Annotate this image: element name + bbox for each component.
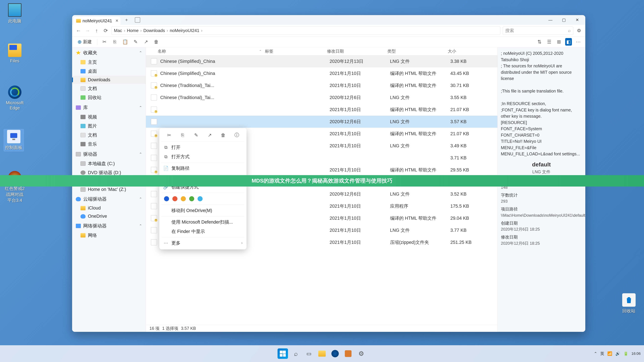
tray-ime[interactable]: 英 (600, 351, 604, 356)
sidebar-item[interactable]: 图片 (72, 121, 146, 131)
share-button[interactable]: ↗ (142, 38, 149, 45)
ctx-open[interactable]: ⧉打开 (159, 143, 246, 152)
forward-button[interactable]: → (84, 27, 91, 34)
sidebar-item[interactable]: OneDrive (72, 212, 146, 220)
sidebar-drives-header[interactable]: 驱动器⌃ (72, 149, 146, 159)
refresh-button[interactable]: ⟳ (102, 27, 109, 34)
ctx-copy-icon[interactable]: ⎘ (179, 131, 186, 139)
sidebar-item[interactable]: 视频 (72, 112, 146, 121)
sidebar-favorites-header[interactable]: 收藏夹⌃ (72, 48, 146, 58)
more-button[interactable]: ⋯ (575, 38, 582, 45)
taskbar-search[interactable]: ⌕ (291, 349, 301, 359)
sidebar-item[interactable]: 主页 (72, 58, 146, 67)
tag-orange[interactable] (172, 196, 178, 201)
ctx-open-with[interactable]: ⧉打开方式 (159, 152, 246, 161)
tag-lightblue[interactable] (198, 196, 202, 201)
col-size[interactable]: 大小 (448, 48, 495, 54)
sidebar-item[interactable]: 本地磁盘 (C:) (72, 159, 146, 168)
rename-button[interactable]: ✎ (132, 38, 139, 45)
sidebar-item[interactable]: 网络 (72, 231, 146, 240)
cut-button[interactable]: ✂ (101, 38, 108, 45)
ctx-finder[interactable]: 在 Finder 中显示 (159, 227, 246, 236)
copy-button[interactable]: ⎘ (111, 38, 118, 45)
file-row[interactable]: 2021年1月10日编译的 HTML 帮助文件21.07 KB (146, 104, 498, 116)
up-button[interactable]: ↑ (93, 27, 100, 34)
group-button[interactable]: ⊞ (556, 38, 562, 45)
sidebar-item[interactable]: 桌面 (72, 67, 146, 76)
close-button[interactable]: ✕ (570, 16, 584, 24)
ctx-info-icon[interactable]: ⓘ (233, 131, 240, 139)
column-headers[interactable]: 名称⌃ 标签 修改日期 类型 大小 (146, 47, 498, 55)
tag-blue[interactable] (164, 196, 169, 201)
view-button[interactable]: ☰ (546, 38, 552, 45)
ctx-cut-icon[interactable]: ✂ (165, 131, 173, 139)
system-tray[interactable]: ⌃ 英 📶 🔊 🔋 16:06 (594, 351, 641, 356)
start-button[interactable] (278, 349, 288, 359)
col-date[interactable]: 修改日期 (327, 48, 388, 54)
sidebar-item[interactable]: Downloads (72, 76, 146, 84)
file-row[interactable]: Chinese (Traditional)_Tai...2021年1月10日编译… (146, 79, 498, 91)
tray-volume-icon[interactable]: 🔊 (615, 351, 620, 356)
file-row[interactable]: 2020年12月6日LNG 文件3.57 KB (146, 116, 498, 128)
preview-pane-button[interactable]: ◧ (565, 38, 572, 45)
tab-active[interactable]: noMeiryoUI241 ✕ (74, 17, 120, 25)
ctx-defender[interactable]: 使用 Microsoft Defender扫描... (159, 217, 246, 227)
tray-wifi-icon[interactable]: 📶 (607, 351, 612, 356)
minimize-button[interactable]: — (544, 16, 557, 24)
file-row[interactable]: Chinese (Simplified)_China2021年1月10日编译的 … (146, 67, 498, 79)
sidebar-item[interactable]: 文档 (72, 131, 146, 140)
paste-button[interactable]: 📋 (122, 38, 128, 45)
sidebar-library-header[interactable]: 库⌃ (72, 103, 146, 112)
col-type[interactable]: 类型 (388, 48, 448, 54)
ctx-share-icon[interactable]: ↗ (206, 131, 213, 139)
new-button[interactable]: ⊕新建 (76, 38, 94, 46)
close-tab-icon[interactable]: ✕ (116, 18, 118, 23)
sidebar-item[interactable]: iCloud (72, 204, 146, 212)
sidebar-item[interactable]: 文档 (72, 84, 146, 93)
tab-overview-icon[interactable] (135, 17, 140, 23)
tag-yellow[interactable] (181, 196, 186, 201)
sidebar-item[interactable]: 回收站 (72, 93, 146, 102)
back-button[interactable]: ← (75, 27, 82, 34)
new-tab-button[interactable]: + (123, 16, 130, 23)
tray-battery-icon[interactable]: 🔋 (623, 351, 628, 356)
crumb[interactable]: noMeiryoUI241 (170, 28, 199, 33)
file-row[interactable]: Chinese (Traditional)_Tai...2020年12月6日LN… (146, 91, 498, 104)
desktop-recycle-bin[interactable]: 回收站 (619, 293, 639, 314)
taskbar-taskview[interactable]: ▭ (304, 349, 314, 359)
ctx-rename-icon[interactable]: ✎ (192, 131, 200, 139)
desktop-files[interactable]: Files (5, 43, 25, 63)
search-input[interactable]: 搜索⌕ (503, 26, 573, 35)
maximize-button[interactable]: ▢ (557, 16, 570, 24)
ctx-delete-icon[interactable]: 🗑 (220, 131, 227, 139)
crumb[interactable]: Home (127, 28, 138, 33)
taskbar-app1[interactable] (343, 349, 353, 359)
breadcrumb[interactable]: Mac› Home› Downloads› noMeiryoUI241› (111, 26, 500, 35)
tray-chevron-icon[interactable]: ⌃ (594, 351, 597, 356)
settings-button[interactable]: ⚙ (576, 27, 582, 34)
sort-asc-icon[interactable]: ⌃ (259, 49, 262, 53)
taskbar-settings[interactable]: ⚙ (356, 349, 366, 359)
ctx-copy-path[interactable]: 📄复制路径 (159, 164, 246, 173)
ctx-onedrive[interactable]: 移动到 OneDrive(M) (159, 206, 246, 215)
file-row[interactable]: Chinese (Simplified)_China2020年12月13日LNG… (146, 55, 498, 67)
crumb[interactable]: Downloads (144, 28, 165, 33)
desktop-edge[interactable]: Microsoft Edge (5, 85, 25, 111)
sort-button[interactable]: ⇅ (536, 38, 543, 45)
sidebar-cloud-header[interactable]: 云端驱动器⌃ (72, 194, 146, 204)
desktop-this-pc[interactable]: 此电脑 (5, 3, 25, 24)
col-name[interactable]: 名称 (158, 48, 166, 54)
tag-green[interactable] (189, 196, 194, 201)
taskbar[interactable]: ⌕ ▭ ⚙ ⌃ 英 📶 🔊 🔋 16:06 (0, 345, 644, 362)
crumb[interactable]: Mac (114, 28, 122, 33)
ctx-more[interactable]: ⋯更多› (159, 238, 246, 248)
sidebar-item[interactable]: 音乐 (72, 140, 146, 149)
taskbar-edge[interactable] (330, 349, 340, 359)
tray-clock[interactable]: 16:06 (632, 352, 641, 356)
desktop-control-panel[interactable]: 控制面板 (4, 129, 24, 151)
sidebar-item[interactable]: Home on 'Mac' (Z:) (72, 185, 146, 194)
taskbar-explorer[interactable] (317, 349, 327, 359)
sidebar-network-header[interactable]: 网络驱动器⌃ (72, 221, 146, 231)
ctx-color-tags[interactable] (159, 194, 246, 204)
titlebar[interactable]: noMeiryoUI241 ✕ + — ▢ ✕ (72, 15, 585, 25)
